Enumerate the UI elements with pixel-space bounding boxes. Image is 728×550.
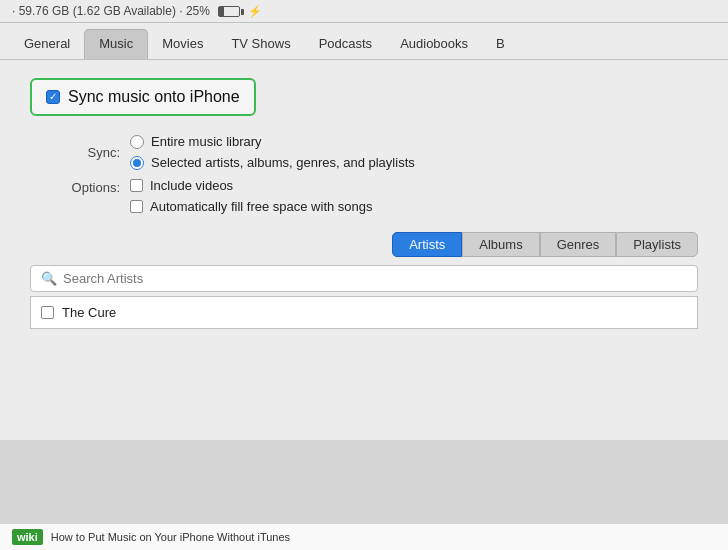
content-tab-albums[interactable]: Albums <box>462 232 539 257</box>
sync-label: Sync music onto iPhone <box>68 88 240 106</box>
artists-list: The Cure <box>30 296 698 329</box>
content-tab-artists[interactable]: Artists <box>392 232 462 257</box>
extra-options-group: Include videos Automatically fill free s… <box>130 178 373 214</box>
autofill-checkbox[interactable] <box>130 200 143 213</box>
tab-tv-shows[interactable]: TV Shows <box>217 30 304 58</box>
sync-options-row: Sync: Entire music library Selected arti… <box>40 134 698 170</box>
status-bar: · 59.76 GB (1.62 GB Available) · 25% ⚡ <box>0 0 728 23</box>
tab-general[interactable]: General <box>10 30 84 58</box>
tab-audiobooks[interactable]: Audiobooks <box>386 30 482 58</box>
sync-selected-label: Selected artists, albums, genres, and pl… <box>151 155 415 170</box>
search-icon: 🔍 <box>41 271 57 286</box>
battery-icon <box>218 6 240 17</box>
options-label-text: Options: <box>40 178 120 195</box>
include-videos-option[interactable]: Include videos <box>130 178 373 193</box>
sync-checkbox[interactable]: ✓ <box>46 90 60 104</box>
sync-entire-library-option[interactable]: Entire music library <box>130 134 415 149</box>
footer-text: How to Put Music on Your iPhone Without … <box>51 531 290 543</box>
tab-podcasts[interactable]: Podcasts <box>305 30 386 58</box>
sync-entire-label: Entire music library <box>151 134 262 149</box>
sync-entire-radio[interactable] <box>130 135 144 149</box>
sync-radio-group: Entire music library Selected artists, a… <box>130 134 415 170</box>
status-text: · 59.76 GB (1.62 GB Available) · 25% <box>12 4 210 18</box>
sync-label-text: Sync: <box>40 145 120 160</box>
autofill-option[interactable]: Automatically fill free space with songs <box>130 199 373 214</box>
tab-bar: General Music Movies TV Shows Podcasts A… <box>0 23 728 60</box>
sync-selected-option[interactable]: Selected artists, albums, genres, and pl… <box>130 155 415 170</box>
search-input[interactable] <box>63 271 687 286</box>
tab-b[interactable]: B <box>482 30 519 58</box>
tab-music[interactable]: Music <box>84 29 148 59</box>
main-content: ✓ Sync music onto iPhone Sync: Entire mu… <box>0 60 728 440</box>
include-videos-label: Include videos <box>150 178 233 193</box>
sync-options-section: Sync: Entire music library Selected arti… <box>40 134 698 214</box>
list-item[interactable]: The Cure <box>30 296 698 329</box>
lightning-icon: ⚡ <box>248 5 262 18</box>
extra-options-row: Options: Include videos Automatically fi… <box>40 178 698 214</box>
artist-checkbox[interactable] <box>41 306 54 319</box>
checkmark-icon: ✓ <box>49 92 57 102</box>
wiki-badge: wiki <box>12 529 43 545</box>
content-tabs: Artists Albums Genres Playlists <box>30 232 698 257</box>
sync-checkbox-section: ✓ Sync music onto iPhone <box>30 78 256 116</box>
content-tab-playlists[interactable]: Playlists <box>616 232 698 257</box>
footer: wiki How to Put Music on Your iPhone Wit… <box>0 524 728 550</box>
content-tab-genres[interactable]: Genres <box>540 232 617 257</box>
search-bar[interactable]: 🔍 <box>30 265 698 292</box>
include-videos-checkbox[interactable] <box>130 179 143 192</box>
tab-movies[interactable]: Movies <box>148 30 217 58</box>
autofill-label: Automatically fill free space with songs <box>150 199 373 214</box>
artist-name: The Cure <box>62 305 116 320</box>
sync-selected-radio[interactable] <box>130 156 144 170</box>
